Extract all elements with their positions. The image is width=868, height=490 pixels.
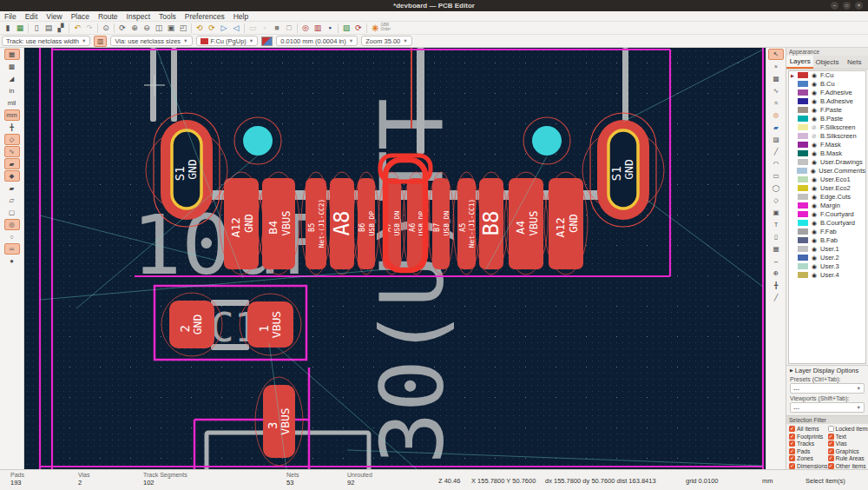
zoom-selection-button[interactable]: ◰ xyxy=(177,23,189,34)
visibility-icon[interactable]: ◉ xyxy=(811,202,818,209)
visibility-icon[interactable]: ◉ xyxy=(811,107,818,113)
viewports-select[interactable]: --- ▼ xyxy=(790,402,865,413)
layer-color-swatch[interactable] xyxy=(797,168,807,174)
layer-color-swatch[interactable] xyxy=(798,237,808,243)
mirror-button[interactable]: ◁ xyxy=(230,23,242,34)
visibility-icon[interactable]: ◉ xyxy=(811,246,818,252)
vias-outline-mode-button[interactable]: ○ xyxy=(4,231,20,242)
visibility-icon[interactable]: ◉ xyxy=(811,194,818,200)
maximize-button[interactable]: □ xyxy=(843,2,851,10)
tracks-outline-mode-button[interactable]: ═ xyxy=(4,243,20,255)
checkbox-checked-icon[interactable]: ✓ xyxy=(789,455,795,461)
filter-vias[interactable]: ✓ Vias xyxy=(828,440,868,447)
add-zone-tool-button[interactable]: ▰ xyxy=(768,122,784,133)
grid-visibility-button[interactable]: ▦ xyxy=(4,49,20,60)
layer-row-b-adhesive[interactable]: ◉ B.Adhesive xyxy=(789,97,865,106)
menu-tools[interactable]: Tools xyxy=(155,12,181,21)
visibility-off-icon[interactable]: ⊘ xyxy=(811,124,818,130)
layer-color-swatch[interactable] xyxy=(798,124,808,130)
plot-button[interactable]: ▞ xyxy=(55,23,67,34)
layer-color-swatch[interactable] xyxy=(798,107,808,113)
checkbox-checked-icon[interactable]: ✓ xyxy=(789,448,795,454)
checkbox-checked-icon[interactable]: ✓ xyxy=(789,434,795,440)
layer-color-swatch[interactable] xyxy=(798,116,808,122)
layer-row-b-cu[interactable]: ◉ B.Cu xyxy=(789,80,865,89)
layer-row-b-mask[interactable]: ◉ B.Mask xyxy=(789,149,865,158)
reference-image-tool-button[interactable]: ▣ xyxy=(768,207,784,218)
pads-outline-mode-button[interactable]: ◎ xyxy=(4,219,20,230)
pcb-canvas[interactable]: X-330(U)TT10uFC1 A12 GND B4 VBUS B5 Net-… xyxy=(24,48,766,469)
visibility-icon[interactable]: ◉ xyxy=(811,211,818,217)
dim-inactive-layers-button[interactable]: ● xyxy=(4,255,20,267)
layer-row-b-paste[interactable]: ◉ B.Paste xyxy=(789,115,865,123)
menu-view[interactable]: View xyxy=(42,12,66,21)
zone-display-transparent-button[interactable]: ▢ xyxy=(4,207,20,218)
visibility-icon[interactable]: ◉ xyxy=(811,228,818,235)
layer-color-swatch[interactable] xyxy=(798,89,808,96)
layer-color-swatch[interactable] xyxy=(798,159,808,165)
redo-button[interactable]: ↷ xyxy=(83,23,95,34)
visibility-icon[interactable]: ◉ xyxy=(811,263,818,269)
visibility-off-icon[interactable]: ⊘ xyxy=(811,133,818,139)
group-button[interactable]: ▭ xyxy=(247,23,259,34)
inspect-clearance-button[interactable]: ▥ xyxy=(312,23,324,34)
tab-nets[interactable]: Nets xyxy=(841,56,868,69)
ratsnest-curved-button[interactable]: ∿ xyxy=(4,146,20,157)
search-button[interactable]: ⊙ xyxy=(100,23,112,34)
add-footprint-tool-button[interactable]: ▩ xyxy=(768,73,784,84)
menu-route[interactable]: Route xyxy=(94,12,122,21)
filter-other-items[interactable]: ✓ Other items xyxy=(828,463,868,469)
layer-color-swatch[interactable] xyxy=(798,98,808,104)
unlock-button[interactable]: □ xyxy=(283,23,295,34)
ungroup-button[interactable]: ▫ xyxy=(259,23,271,34)
update-footprints-button[interactable]: ⟳ xyxy=(352,23,365,34)
dimension-tool-button[interactable]: ↔ xyxy=(768,255,784,267)
lock-button[interactable]: ■ xyxy=(271,23,283,34)
filter-locked-items[interactable]: Locked items xyxy=(828,426,868,432)
undo-button[interactable]: ↶ xyxy=(71,23,83,34)
visibility-icon[interactable]: ◉ xyxy=(810,168,816,174)
layer-color-swatch[interactable] xyxy=(798,211,808,217)
grid-origin-tool-button[interactable]: ╋ xyxy=(768,280,784,291)
text-tool-button[interactable]: T xyxy=(768,219,784,230)
checkbox-checked-icon[interactable]: ✓ xyxy=(789,463,795,469)
layer-color-swatch[interactable] xyxy=(798,255,808,261)
scripting-console-button[interactable]: ▪ xyxy=(324,23,336,34)
layer-color-swatch[interactable] xyxy=(798,220,808,226)
units-mils-button[interactable]: mil xyxy=(4,97,20,109)
filter-rule-areas[interactable]: ✓ Rule Areas xyxy=(828,455,868,461)
page-settings-button[interactable]: ▯ xyxy=(30,23,43,34)
visibility-icon[interactable]: ◉ xyxy=(811,72,818,78)
zoom-in-button[interactable]: ⊕ xyxy=(128,23,141,34)
checkbox-checked-icon[interactable]: ✓ xyxy=(828,463,834,469)
menu-preferences[interactable]: Preferences xyxy=(181,12,229,21)
layer-color-swatch[interactable] xyxy=(798,272,808,278)
select-tool-button[interactable]: ↖ xyxy=(768,49,784,60)
checkbox-checked-icon[interactable]: ✓ xyxy=(828,434,834,440)
filter-all-items[interactable]: ✓ All items xyxy=(789,426,828,432)
visibility-icon[interactable]: ◉ xyxy=(811,116,818,122)
layer-row-f-adhesive[interactable]: ◉ F.Adhesive xyxy=(789,89,865,97)
visibility-icon[interactable]: ◉ xyxy=(811,185,818,191)
zoom-objects-button[interactable]: ▣ xyxy=(165,23,177,34)
layer-row-user-1[interactable]: ◉ User.1 xyxy=(789,245,865,254)
filter-dimensions[interactable]: ✓ Dimensions xyxy=(789,463,828,469)
layer-row-f-cu[interactable]: ▶ ◉ F.Cu xyxy=(789,71,865,80)
visibility-icon[interactable]: ◉ xyxy=(811,220,818,226)
layer-row-user-4[interactable]: ◉ User.4 xyxy=(789,271,865,280)
layer-row-user-eco2[interactable]: ◉ User.Eco2 xyxy=(789,184,865,193)
draw-rectangle-tool-button[interactable]: ▭ xyxy=(768,170,784,182)
rotate-ccw-button[interactable]: ⟲ xyxy=(194,23,206,34)
gbr-order-button[interactable]: ✳ GBROrder xyxy=(372,23,391,33)
layer-row-b-courtyard[interactable]: ◉ B.Courtyard xyxy=(789,219,865,228)
layer-color-swatch[interactable] xyxy=(798,246,808,252)
visibility-icon[interactable]: ◉ xyxy=(811,255,818,261)
polar-coordinates-button[interactable]: ◢ xyxy=(4,73,20,84)
layer-color-swatch[interactable] xyxy=(798,133,808,139)
menu-inspect[interactable]: Inspect xyxy=(122,12,155,21)
print-button[interactable]: ▤ xyxy=(43,23,55,34)
menu-file[interactable]: File xyxy=(0,12,21,21)
flip-board-view-button[interactable]: ▷ xyxy=(218,23,230,34)
layer-color-swatch[interactable] xyxy=(798,185,808,191)
net-highlight-button[interactable]: ▰ xyxy=(4,158,20,169)
